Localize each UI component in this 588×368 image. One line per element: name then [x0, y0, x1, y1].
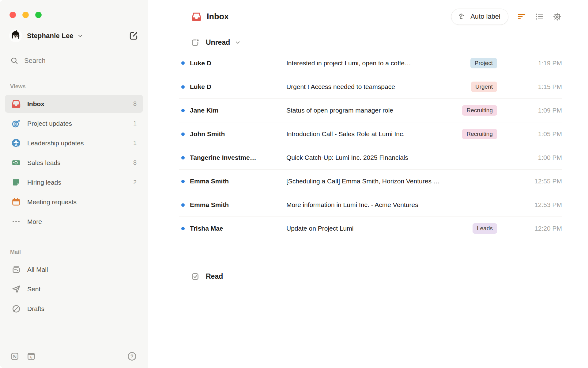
unread-section-header[interactable]: Unread: [179, 38, 562, 47]
read-checkbox-icon: [191, 272, 200, 281]
inbox-icon: [191, 12, 202, 22]
email-time: 1:19 PM: [523, 59, 562, 67]
avatar[interactable]: [9, 29, 22, 42]
compose-icon[interactable]: [128, 31, 139, 41]
sidebar-item-meeting-requests[interactable]: Meeting requests: [5, 193, 143, 211]
label-badge: Leads: [473, 223, 497, 234]
unread-icon: [191, 38, 200, 47]
allmail-icon: [11, 265, 21, 274]
filter-icon[interactable]: [517, 12, 526, 21]
sidebar-item-hiring-leads[interactable]: Hiring leads 2: [5, 173, 143, 191]
sidebar-item-sales-leads[interactable]: Sales leads 8: [5, 154, 143, 172]
list-view-icon[interactable]: [535, 12, 544, 21]
unread-dot-icon: [181, 156, 185, 159]
minimize-window-button[interactable]: [22, 12, 29, 18]
label-badge: Urgent: [471, 82, 497, 92]
email-subject: More information in Lumi Inc. - Acme Ven…: [286, 201, 523, 209]
email-row-tangerine-investme-4[interactable]: Tangerine Investme… Quick Catch-Up: Lumi…: [179, 146, 562, 169]
unread-dot-icon: [181, 132, 185, 136]
email-subject: Interested in project Lumi, open to a co…: [286, 59, 470, 67]
sidebar-footer: N 6 ?: [10, 351, 137, 361]
email-time: 12:53 PM: [523, 201, 562, 209]
sidebar-item-inbox[interactable]: Inbox 8: [5, 95, 143, 113]
unread-dot-icon: [181, 227, 185, 230]
target-icon: [11, 119, 21, 128]
chevron-down-icon[interactable]: [77, 33, 83, 39]
email-sender: Trisha Mae: [190, 225, 286, 232]
sidebar-item-drafts[interactable]: Drafts: [5, 300, 143, 318]
sidebar-item-project-updates[interactable]: Project updates 1: [5, 114, 143, 132]
email-row-luke-d-1[interactable]: Luke D Urgent ! Access needed to teamspa…: [179, 75, 562, 98]
sidebar-item-sent[interactable]: Sent: [5, 280, 143, 298]
main-header: Inbox Auto label: [179, 8, 562, 25]
email-sender: Luke D: [190, 83, 286, 90]
email-subject: Update on Project Lumi: [286, 225, 473, 232]
email-subject: [Scheduling a Call] Emma Smith, Horizon …: [286, 178, 523, 185]
email-subject: Status of open program manager role: [286, 107, 462, 114]
email-sender: Jane Kim: [190, 107, 286, 114]
email-sender: Tangerine Investme…: [190, 154, 286, 161]
calendar-icon: [11, 197, 21, 207]
settings-gear-icon[interactable]: [552, 12, 562, 21]
unread-dot-icon: [181, 61, 185, 65]
notion-logo-icon[interactable]: N: [10, 352, 19, 361]
email-row-trisha-mae-7[interactable]: Trisha Mae Update on Project Lumi Leads …: [179, 217, 562, 240]
main-panel: Inbox Auto label Un: [148, 0, 588, 368]
mail-list: All Mail Sent Drafts: [0, 260, 148, 318]
email-time: 12:55 PM: [523, 178, 562, 185]
mail-section-label: Mail: [10, 249, 148, 255]
email-subject: Quick Catch-Up: Lumi Inc. 2025 Financial…: [286, 154, 523, 161]
views-list: Inbox 8 Project updates 1 Leadership upd…: [0, 95, 148, 231]
sent-icon: [11, 284, 21, 294]
email-time: 1:15 PM: [523, 83, 562, 90]
email-sender: John Smith: [190, 130, 286, 138]
email-row-jane-kim-2[interactable]: Jane Kim Status of open program manager …: [179, 98, 562, 122]
email-time: 1:09 PM: [523, 107, 562, 114]
accessibility-icon: [11, 138, 21, 148]
sidebar-item-more[interactable]: More: [5, 213, 143, 231]
svg-text:6: 6: [30, 355, 32, 359]
divider: [179, 285, 562, 285]
sidebar-item-leadership-updates[interactable]: Leadership updates 1: [5, 134, 143, 152]
help-icon[interactable]: ?: [127, 351, 137, 361]
unread-section-title: Unread: [206, 38, 230, 47]
chevron-down-icon[interactable]: [235, 39, 241, 46]
page-title: Inbox: [207, 12, 229, 21]
email-subject: Introduction Call - Sales Role at Lumi I…: [286, 130, 462, 138]
cash-icon: [11, 158, 21, 167]
account-name[interactable]: Stephanie Lee: [27, 32, 74, 40]
read-section-header[interactable]: Read: [179, 272, 562, 281]
search-icon: [10, 56, 19, 65]
email-row-john-smith-3[interactable]: John Smith Introduction Call - Sales Rol…: [179, 122, 562, 146]
email-sender: Luke D: [190, 59, 286, 67]
email-time: 12:20 PM: [523, 225, 562, 232]
label-badge: Project: [470, 58, 497, 68]
email-list: Luke D Interested in project Lumi, open …: [179, 51, 562, 240]
notion-calendar-icon[interactable]: 6: [27, 352, 36, 361]
svg-text:?: ?: [130, 354, 134, 359]
label-badge: Recruiting: [462, 105, 497, 116]
unread-dot-icon: [181, 85, 185, 89]
auto-label-button[interactable]: Auto label: [451, 9, 508, 25]
zoom-window-button[interactable]: [35, 12, 42, 18]
auto-label-wand-icon: [458, 12, 466, 21]
sidebar-item-all-mail[interactable]: All Mail: [5, 260, 143, 278]
svg-text:N: N: [13, 354, 17, 359]
email-time: 1:00 PM: [523, 154, 562, 161]
email-subject: Urgent ! Access needed to teamspace: [286, 83, 471, 90]
search-row[interactable]: Search: [10, 56, 148, 65]
note-icon: [11, 178, 21, 187]
views-section-label: Views: [10, 83, 148, 90]
email-time: 1:05 PM: [523, 130, 562, 138]
search-label: Search: [24, 57, 46, 65]
email-row-emma-smith-6[interactable]: Emma Smith More information in Lumi Inc.…: [179, 193, 562, 217]
header-actions: Auto label: [451, 9, 562, 25]
close-window-button[interactable]: [9, 12, 16, 18]
label-badge: Recruiting: [462, 129, 497, 139]
unread-dot-icon: [181, 180, 185, 183]
email-sender: Emma Smith: [190, 201, 286, 209]
email-row-luke-d-0[interactable]: Luke D Interested in project Lumi, open …: [179, 51, 562, 75]
unread-dot-icon: [181, 203, 185, 207]
app-window: Stephanie Lee Search Views Inbox 8: [0, 0, 588, 368]
email-row-emma-smith-5[interactable]: Emma Smith [Scheduling a Call] Emma Smit…: [179, 169, 562, 193]
